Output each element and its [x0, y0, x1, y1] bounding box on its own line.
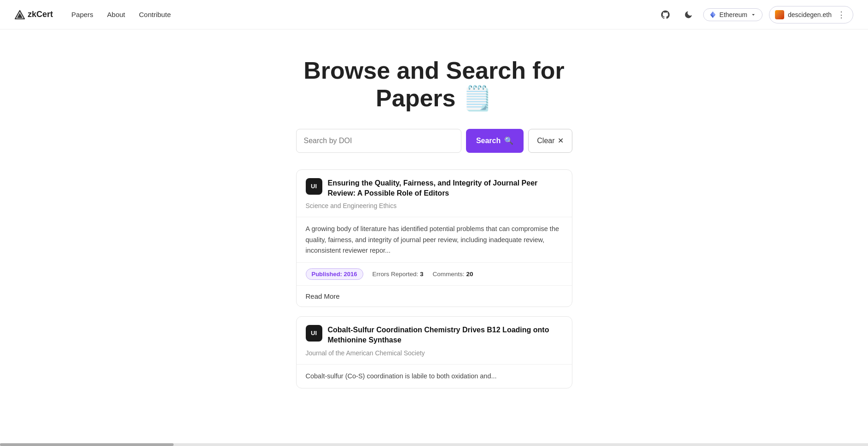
nav-contribute[interactable]: Contribute — [134, 7, 176, 22]
wallet-address: descidegen.eth — [788, 11, 832, 18]
wallet-avatar — [775, 10, 784, 19]
paper-avatar: UI — [306, 325, 322, 342]
paper-abstract: Cobalt-sulfur (Co-S) coordination is lab… — [297, 365, 572, 388]
network-selector[interactable]: Ethereum — [703, 8, 763, 21]
paper-title: Cobalt-Sulfur Coordination Chemistry Dri… — [328, 325, 563, 346]
logo[interactable]: zkCert — [15, 10, 53, 20]
wallet-info[interactable]: descidegen.eth ⋮ — [769, 6, 853, 23]
logo-text: zkCert — [28, 10, 53, 19]
paper-card: UI Ensuring the Quality, Fairness, and I… — [296, 169, 572, 307]
paper-card-top: UI Ensuring the Quality, Fairness, and I… — [297, 170, 572, 217]
nav-right: Ethereum descidegen.eth ⋮ — [657, 6, 853, 23]
paper-card-top: UI Cobalt-Sulfur Coordination Chemistry … — [297, 317, 572, 364]
paper-avatar: UI — [306, 178, 322, 195]
moon-icon — [684, 10, 693, 19]
paper-header: UI Cobalt-Sulfur Coordination Chemistry … — [306, 325, 563, 346]
errors-reported: Errors Reported: 3 — [373, 271, 424, 278]
paper-header: UI Ensuring the Quality, Fairness, and I… — [306, 178, 563, 199]
paper-abstract: A growing body of literature has identif… — [297, 217, 572, 262]
paper-meta: Published: 2016 Errors Reported: 3 Comme… — [297, 263, 572, 285]
hero-emoji: 🗒️ — [462, 85, 492, 111]
github-icon — [660, 10, 670, 20]
paper-title: Ensuring the Quality, Fairness, and Inte… — [328, 178, 563, 199]
papers-list: UI Ensuring the Quality, Fairness, and I… — [296, 169, 572, 398]
eth-diamond-icon — [709, 11, 717, 18]
navbar: zkCert Papers About Contribute — [0, 0, 868, 29]
search-button[interactable]: Search 🔍 — [466, 129, 524, 153]
paper-title-block: Ensuring the Quality, Fairness, and Inte… — [328, 178, 563, 199]
paper-card: UI Cobalt-Sulfur Coordination Chemistry … — [296, 316, 572, 388]
comments-count: Comments: 20 — [433, 271, 473, 278]
main-content: Browse and Search for Papers 🗒️ Search 🔍… — [0, 29, 868, 416]
published-badge: Published: 2016 — [306, 268, 363, 280]
nav-about[interactable]: About — [102, 7, 131, 22]
network-label: Ethereum — [719, 11, 747, 18]
nav-links: Papers About Contribute — [66, 7, 176, 22]
paper-journal: Journal of the American Chemical Society — [306, 349, 563, 359]
chevron-down-icon — [750, 12, 757, 18]
scrollbar-thumb — [0, 443, 174, 446]
paper-journal: Science and Engineering Ethics — [306, 202, 563, 211]
nav-papers[interactable]: Papers — [66, 7, 99, 22]
x-icon: ✕ — [558, 136, 564, 145]
paper-title-block: Cobalt-Sulfur Coordination Chemistry Dri… — [328, 325, 563, 346]
hero-title: Browse and Search for Papers 🗒️ — [303, 57, 564, 112]
scrollbar[interactable] — [0, 443, 868, 446]
wallet-more-button[interactable]: ⋮ — [835, 9, 847, 21]
search-icon: 🔍 — [504, 136, 513, 145]
clear-button[interactable]: Clear ✕ — [528, 129, 572, 153]
github-button[interactable] — [657, 6, 674, 23]
search-input[interactable] — [296, 129, 461, 153]
search-row: Search 🔍 Clear ✕ — [296, 129, 572, 153]
logo-icon — [15, 10, 25, 20]
read-more-button[interactable]: Read More — [297, 286, 572, 307]
theme-toggle-button[interactable] — [680, 6, 697, 23]
